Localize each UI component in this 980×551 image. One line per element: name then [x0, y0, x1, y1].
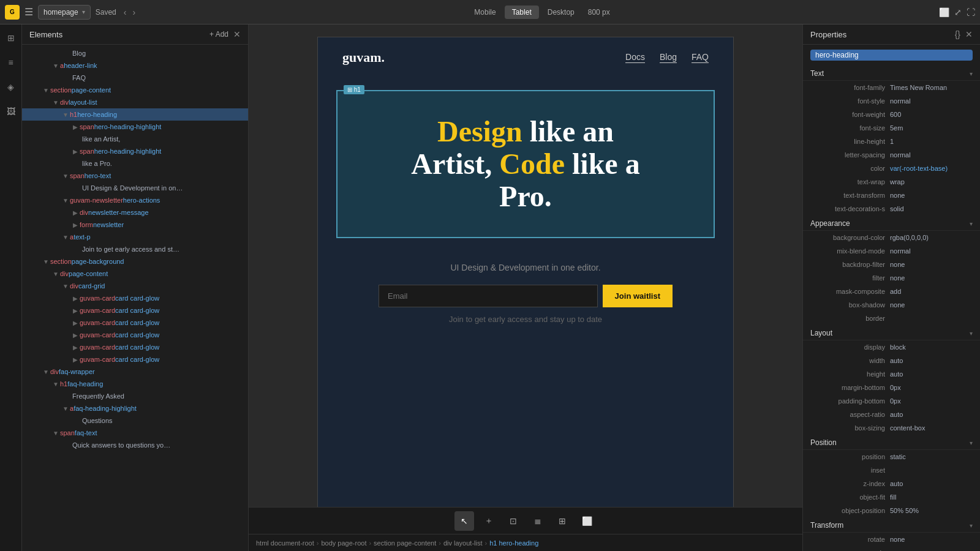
tree-item-card-4[interactable]: ▶ guvam-card card card-glow: [22, 329, 248, 341]
tree-item-card-2[interactable]: ▶ guvam-card card card-glow: [22, 304, 248, 317]
breadcrumb-h1[interactable]: h1 hero-heading: [489, 539, 538, 547]
tree-item-text-like-pro[interactable]: like a Pro.: [22, 157, 248, 170]
elements-icon[interactable]: ⊞: [2, 29, 20, 47]
tree-item-span-hero-highlight-2[interactable]: ▶ span hero-heading-highlight: [22, 145, 248, 157]
tree-item-form-newsletter[interactable]: ▶ form newsletter: [22, 219, 248, 231]
toggle-icon[interactable]: ▼: [61, 234, 70, 241]
tree-item-div-card-grid[interactable]: ▼ div card-grid: [22, 280, 248, 292]
breadcrumb-html[interactable]: html document-root: [256, 539, 314, 547]
components-icon[interactable]: ◈: [2, 78, 20, 96]
toggle-icon[interactable]: ▼: [61, 283, 70, 290]
text-section-title: Text: [810, 69, 824, 78]
toggle-icon[interactable]: ▶: [71, 209, 80, 216]
json-icon[interactable]: {}: [955, 29, 960, 39]
tree-item-span-faq-text[interactable]: ▼ span faq-text: [22, 427, 248, 439]
add-element-button[interactable]: + Add: [209, 30, 228, 39]
tree-item-text-ui-design[interactable]: UI Design & Development in on…: [22, 182, 248, 194]
close-panel-button[interactable]: ✕: [233, 29, 241, 39]
tree-item-div-layout-list[interactable]: ▼ div layout-list: [22, 96, 248, 108]
page-dropdown[interactable]: homepage ▾: [38, 5, 91, 20]
nav-links: Docs Blog FAQ: [625, 52, 709, 63]
tree-item-section-page-background[interactable]: ▼ section page-background: [22, 255, 248, 268]
tablet-view-btn[interactable]: Tablet: [505, 6, 539, 19]
toggle-icon[interactable]: ▶: [71, 344, 80, 351]
prop-box-sizing: box-sizing content-box: [803, 421, 980, 435]
toggle-icon[interactable]: ▶: [71, 356, 80, 363]
toggle-icon[interactable]: ▼: [51, 381, 60, 388]
toggle-icon[interactable]: ▶: [71, 332, 80, 339]
toggle-icon[interactable]: ▼: [42, 258, 50, 265]
grid-tool[interactable]: ⊞: [552, 511, 572, 531]
toggle-icon[interactable]: ▼: [42, 87, 50, 94]
tree-item-card-3[interactable]: ▶ guvam-card card card-glow: [22, 317, 248, 329]
nav-link-blog[interactable]: Blog: [660, 52, 677, 63]
tree-item-text-like-artist[interactable]: like an Artist,: [22, 133, 248, 145]
tree-item-section-page-content[interactable]: ▼ section page-content: [22, 84, 248, 96]
tree-item-span-hero-text[interactable]: ▼ span hero-text: [22, 170, 248, 182]
frame-tool[interactable]: ⊡: [503, 511, 523, 531]
tree-item-a-faq-highlight[interactable]: ▼ a faq-heading-highlight: [22, 402, 248, 414]
layout-tool[interactable]: ⬜: [577, 511, 597, 531]
tree-item-text-join[interactable]: Join to get early access and st…: [22, 243, 248, 255]
tree-item-card-5[interactable]: ▶ guvam-card card card-glow: [22, 341, 248, 353]
toggle-icon[interactable]: ▼: [61, 197, 70, 204]
position-section-header[interactable]: Position ▾: [803, 435, 980, 450]
toggle-icon[interactable]: ▼: [51, 62, 60, 69]
expand-icon[interactable]: ⤢: [954, 7, 962, 17]
breadcrumb-section[interactable]: section page-content: [374, 539, 436, 547]
tree-item-div-faq-wrapper[interactable]: ▼ div faq-wrapper: [22, 365, 248, 378]
appearance-section-header[interactable]: Appearance ▾: [803, 216, 980, 231]
nav-link-faq[interactable]: FAQ: [692, 52, 709, 63]
toggle-icon[interactable]: ▶: [71, 295, 80, 302]
toggle-icon[interactable]: ▼: [61, 111, 70, 118]
forward-icon[interactable]: ›: [130, 6, 138, 18]
tree-item-text-questions[interactable]: Questions: [22, 414, 248, 427]
toggle-icon[interactable]: ▶: [71, 148, 80, 155]
toggle-icon[interactable]: ▼: [51, 99, 60, 106]
toggle-icon[interactable]: ▼: [51, 271, 60, 277]
tree-item-h1-hero-heading[interactable]: ▼ h1 hero-heading: [22, 108, 248, 121]
transform-section-header[interactable]: Transform ▾: [803, 517, 980, 533]
assets-icon[interactable]: 🖼: [2, 103, 20, 120]
canvas-scroll[interactable]: guvam. Docs Blog FAQ ⊞ h1 Design like an…: [249, 24, 802, 507]
breadcrumb-div[interactable]: div layout-list: [443, 539, 483, 547]
tree-item-card-1[interactable]: ▶ guvam-card card card-glow: [22, 292, 248, 304]
toggle-icon[interactable]: ▶: [71, 124, 80, 130]
toggle-icon[interactable]: ▶: [71, 307, 80, 314]
add-tool[interactable]: ＋: [479, 511, 499, 531]
toggle-icon[interactable]: ▼: [42, 369, 50, 375]
align-tool[interactable]: ≣: [528, 511, 548, 531]
tree-item-a-text-p[interactable]: ▼ a text-p: [22, 231, 248, 243]
toggle-icon[interactable]: ▶: [71, 320, 80, 326]
tree-item-faq-link[interactable]: FAQ: [22, 72, 248, 84]
desktop-view-btn[interactable]: Desktop: [540, 6, 582, 19]
toggle-icon[interactable]: ▼: [61, 173, 70, 179]
cursor-tool[interactable]: ↖: [454, 511, 474, 531]
breadcrumb-body[interactable]: body page-root: [321, 539, 366, 547]
tree-item-span-hero-highlight-1[interactable]: ▶ span hero-heading-highlight: [22, 121, 248, 133]
toggle-icon[interactable]: ▼: [51, 430, 60, 437]
menu-icon[interactable]: ☰: [24, 6, 33, 18]
tree-item-div-newsletter-message[interactable]: ▶ div newsletter-message: [22, 206, 248, 219]
tree-item-blog[interactable]: Blog: [22, 47, 248, 59]
tree-item-text-frequently[interactable]: Frequently Asked: [22, 390, 248, 402]
tree-item-card-6[interactable]: ▶ guvam-card card card-glow: [22, 353, 248, 365]
tree-item-div-page-content[interactable]: ▼ div page-content: [22, 268, 248, 280]
layers-icon[interactable]: ≡: [2, 54, 20, 71]
text-section-header[interactable]: Text ▾: [803, 66, 980, 81]
layout-section-header[interactable]: Layout ▾: [803, 325, 980, 340]
toggle-icon[interactable]: ▶: [71, 222, 80, 228]
toggle-icon[interactable]: ▼: [61, 405, 70, 412]
nav-link-docs[interactable]: Docs: [625, 52, 645, 63]
tree-item-text-quick-answers[interactable]: Quick answers to questions yo…: [22, 439, 248, 451]
window-icon[interactable]: ⬜: [939, 7, 949, 17]
back-icon[interactable]: ‹: [121, 6, 129, 18]
mobile-view-btn[interactable]: Mobile: [467, 6, 503, 19]
fullscreen-icon[interactable]: ⛶: [967, 7, 975, 17]
join-waitlist-button[interactable]: Join waitlist: [603, 285, 673, 307]
tree-item-a-header-link[interactable]: ▼ a header-link: [22, 59, 248, 72]
email-input[interactable]: [379, 285, 598, 307]
tree-item-newsletter[interactable]: ▼ guvam-newsletter hero-actions: [22, 194, 248, 206]
tree-item-h1-faq-heading[interactable]: ▼ h1 faq-heading: [22, 378, 248, 390]
close-properties-button[interactable]: ✕: [965, 29, 973, 39]
